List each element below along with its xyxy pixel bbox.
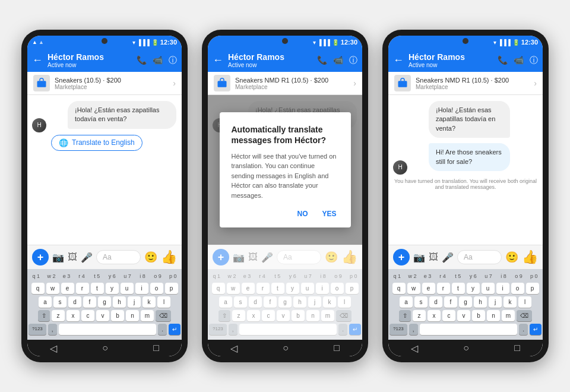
period-key-1[interactable]: . <box>158 324 167 335</box>
thumb-icon-3[interactable]: 👍 <box>522 249 538 265</box>
image-icon-1[interactable]: 🖼 <box>68 252 77 263</box>
num-row-1: q 1 w 2 e 3 r 4 t 5 y 6 u 7 i 8 o 9 p 0 <box>28 271 180 281</box>
marketplace-chevron-3: › <box>534 78 537 88</box>
home-nav-1[interactable]: ○ <box>102 343 108 353</box>
message-input-3[interactable]: Aa <box>457 250 502 264</box>
key-row-z-1: ⇧ zxcvbnm ⌫ <box>28 310 180 321</box>
back-nav-1[interactable]: ◁ <box>50 343 57 354</box>
marketplace-info-1: Sneakers (10.5) · $200 Marketplace <box>55 77 168 90</box>
message-input-2[interactable]: Aa <box>277 250 321 264</box>
header-title-2: Héctor Ramos Active now <box>228 52 312 68</box>
back-nav-2[interactable]: ◁ <box>230 343 238 354</box>
translate-dialog: Automatically translate messages from Hé… <box>220 112 351 228</box>
translate-button-1[interactable]: 🌐 Translate to English <box>51 135 142 151</box>
shift-key-1[interactable]: ⇧ <box>38 310 50 321</box>
dialog-title: Automatically translate messages from Hé… <box>232 124 339 146</box>
image-icon-2[interactable]: 🖼 <box>248 252 258 263</box>
home-nav-3[interactable]: ○ <box>463 343 469 353</box>
key-row-bottom-1: ?123 , . ↵ <box>28 324 180 335</box>
add-button-3[interactable]: + <box>393 249 410 265</box>
back-nav-3[interactable]: ◁ <box>411 343 418 354</box>
keyboard-2: q 1w 2e 3r 4t 5y 6u 7i 8o 9p 0 qwertyuio… <box>208 269 362 340</box>
avatar-1: H <box>32 118 46 132</box>
info-icon-2[interactable]: ⓘ <box>349 55 357 66</box>
camera-icon-1[interactable]: 📷 <box>52 252 64 263</box>
enter-key-1[interactable]: ↵ <box>169 324 180 335</box>
wifi-icon-3: ▾ <box>493 39 496 46</box>
phone-icon-1[interactable]: 📞 <box>137 55 147 66</box>
add-button-1[interactable]: + <box>32 249 49 265</box>
messenger-header-3: ← Héctor Ramos Active now 📞 📹 ⓘ <box>388 49 543 72</box>
wifi-icon-1: ▾ <box>132 39 135 46</box>
phone-icon-2[interactable]: 📞 <box>317 55 327 66</box>
bottom-nav-3: ◁ ○ □ <box>388 340 543 356</box>
info-icon-1[interactable]: ⓘ <box>169 55 177 66</box>
image-icon-3[interactable]: 🖼 <box>429 252 438 263</box>
info-icon-3[interactable]: ⓘ <box>530 55 538 66</box>
thumb-icon-2[interactable]: 👍 <box>341 249 357 265</box>
marketplace-bar-3: Sneakers NMD R1 (10.5) · $200 Marketplac… <box>388 72 543 95</box>
message-input-1[interactable]: Aa <box>96 250 141 264</box>
marketplace-chevron-1: › <box>173 78 176 88</box>
add-button-2[interactable]: + <box>213 249 229 265</box>
typing-icons-1: 📷 🖼 🎤 <box>52 252 93 263</box>
recent-nav-1[interactable]: □ <box>153 343 159 353</box>
emoji-icon-3[interactable]: 🙂 <box>505 251 518 264</box>
avatar-3: H <box>393 160 407 175</box>
contact-name-3: Héctor Ramos <box>408 52 493 62</box>
marketplace-icon-1 <box>33 75 50 91</box>
camera-icon-3[interactable]: 📷 <box>413 252 425 263</box>
marketplace-sub-2: Marketplace <box>235 84 349 90</box>
video-icon-1[interactable]: 📹 <box>153 55 163 66</box>
back-button-1[interactable]: ← <box>32 54 43 67</box>
emoji-icon-2[interactable]: 🙂 <box>325 251 338 264</box>
space-key-1[interactable] <box>59 324 157 335</box>
video-icon-3[interactable]: 📹 <box>514 55 524 66</box>
key-row-q-1: qwertyuiop <box>28 283 180 294</box>
recent-nav-3[interactable]: □ <box>514 343 520 353</box>
contact-status-2: Active now <box>228 62 312 68</box>
back-button-3[interactable]: ← <box>393 54 404 67</box>
dialog-yes-button[interactable]: YES <box>319 207 338 220</box>
signal-icon-3: ▐▐▐ <box>498 39 511 46</box>
mic-icon-2[interactable]: 🎤 <box>261 252 273 263</box>
status-icons-1: ▾ ▐▐▐ 🔋 12:30 <box>132 39 177 46</box>
marketplace-title-3: Sneakers NMD R1 (10.5) · $200 <box>416 77 529 84</box>
recent-nav-2[interactable]: □ <box>334 343 340 353</box>
back-button-2[interactable]: ← <box>213 54 223 67</box>
message-row-3: H ¡Hola! ¿Están esas zapatillas todavía … <box>393 101 538 175</box>
camera-icon-2[interactable]: 📷 <box>233 252 245 263</box>
phone-icon-3[interactable]: 📞 <box>498 55 508 66</box>
mic-icon-3[interactable]: 🎤 <box>442 252 454 263</box>
header-title-1: Héctor Ramos Active now <box>48 52 132 68</box>
dialog-actions: NO YES <box>232 207 339 220</box>
emoji-icon-1[interactable]: 🙂 <box>144 251 157 264</box>
keyboard-1: q 1 w 2 e 3 r 4 t 5 y 6 u 7 i 8 o 9 p 0 … <box>27 269 182 340</box>
marketplace-bar-1: Sneakers (10.5) · $200 Marketplace › <box>27 72 182 95</box>
message-original-3: ¡Hola! ¿Están esas zapatillas todavía en… <box>429 101 510 138</box>
messenger-header-1: ← Héctor Ramos Active now 📞 📹 ⓘ <box>27 49 182 72</box>
mic-icon-1[interactable]: 🎤 <box>81 252 93 263</box>
thumb-icon-1[interactable]: 👍 <box>161 249 177 265</box>
comma-key-1[interactable]: , <box>48 324 57 335</box>
contact-status-3: Active now <box>408 62 493 68</box>
chat-wrapper-2: H ¡Hola! ¿Están esas zapatillas todavía … <box>208 95 362 245</box>
home-nav-2[interactable]: ○ <box>283 343 289 353</box>
keyboard-3: q 1w 2e 3r 4t 5y 6u 7i 8o 9p 0 qwertyuio… <box>388 269 543 340</box>
delete-key-1[interactable]: ⌫ <box>156 310 171 321</box>
phone-2: ▾ ▐▐▐ 🔋 12:30 ← Héctor Ramos Active now … <box>202 30 368 362</box>
dialog-no-button[interactable]: NO <box>294 207 310 220</box>
marketplace-info-2: Sneakers NMD R1 (10.5) · $200 Marketplac… <box>235 77 349 90</box>
header-icons-1: 📞 📹 ⓘ <box>137 55 177 66</box>
phone-3: ▾ ▐▐▐ 🔋 12:30 ← Héctor Ramos Active now … <box>382 30 549 362</box>
battery-icon-3: 🔋 <box>512 39 520 46</box>
video-icon-2[interactable]: 📹 <box>333 55 343 66</box>
svg-rect-2 <box>398 81 407 87</box>
avatar-row-1: H ¡Hola! ¿Están esas zapatillas todavía … <box>32 101 177 132</box>
typing-bar-3: + 📷 🖼 🎤 Aa 🙂 👍 <box>388 245 543 269</box>
message-bubble-1: ¡Hola! ¿Están esas zapatillas todavía en… <box>68 101 176 129</box>
num-key-1[interactable]: ?123 <box>28 324 46 335</box>
dialog-body: Héctor will see that you've turned on tr… <box>232 151 339 201</box>
marketplace-icon-3 <box>394 75 411 91</box>
marketplace-sub-3: Marketplace <box>416 84 529 90</box>
